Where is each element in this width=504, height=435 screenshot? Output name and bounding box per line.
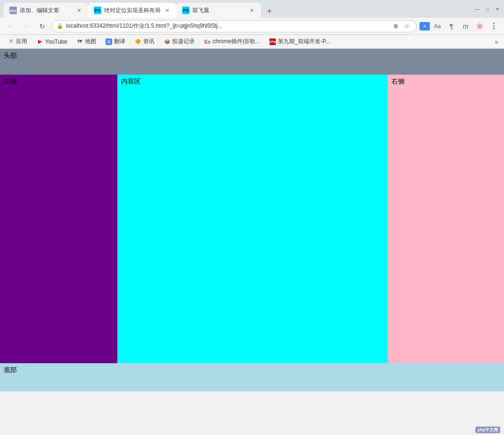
back-button[interactable]: ← xyxy=(4,20,17,33)
tabs-area: php 添加、编辑文章 ✕ PS 绝对定位实现圣杯布局 ✕ PS 双飞翼 ✕ + xyxy=(4,0,471,18)
address-bar-row: ← → ↻ 🔒 localhost:63342/html/1101/作业/1.5… xyxy=(0,18,504,35)
address-text: localhost:63342/html/1101/作业/1.5.html?_i… xyxy=(66,22,388,30)
left-label: 左侧 xyxy=(4,77,17,86)
right-label: 右侧 xyxy=(391,77,405,86)
footer-label: 底部 xyxy=(4,366,17,374)
translate-bm-icon: G xyxy=(106,38,112,45)
minimize-button[interactable]: — xyxy=(474,6,481,12)
reader-view-button[interactable]: ≡ xyxy=(420,22,430,31)
page-content: 头部 左侧 内容区 右侧 底部 xyxy=(0,49,504,391)
bookmark-delivery[interactable]: 📦 投递记录 xyxy=(160,37,199,46)
bookmark-translate[interactable]: G 翻译 xyxy=(102,37,129,46)
tab2-close[interactable]: ✕ xyxy=(163,7,171,14)
close-button[interactable]: ✕ xyxy=(494,6,500,12)
tab1-icon: php xyxy=(9,7,17,14)
extension-icon[interactable]: 🌸 xyxy=(473,20,486,33)
tab1-close[interactable]: ✕ xyxy=(75,7,83,14)
bookmark-star-icon[interactable]: ☆ xyxy=(402,22,412,31)
title-bar: php 添加、编辑文章 ✕ PS 绝对定位实现圣杯布局 ✕ PS 双飞翼 ✕ +… xyxy=(0,0,504,18)
bookmark-youtube[interactable]: ▶ YouTube xyxy=(33,38,71,46)
tab-add-article[interactable]: php 添加、编辑文章 ✕ xyxy=(4,3,88,18)
address-icons: ⊕ ☆ xyxy=(391,22,412,31)
tab3-icon: PS xyxy=(182,7,190,14)
php-course-icon: php xyxy=(269,38,276,45)
m-button[interactable]: m xyxy=(459,20,472,33)
maximize-button[interactable]: □ xyxy=(484,6,490,12)
bookmark-youtube-label: YouTube xyxy=(45,38,67,45)
php-logo: php中文网 xyxy=(475,427,501,433)
bookmark-php-course[interactable]: php 第九期_前端开发-P... xyxy=(266,37,334,46)
header-label: 头部 xyxy=(4,52,17,60)
bookmarks-more-button[interactable]: » xyxy=(493,38,500,46)
tab3-label: 双飞翼 xyxy=(192,7,245,15)
main-layout: 左侧 内容区 右侧 xyxy=(0,75,504,363)
translate-icon[interactable]: ⊕ xyxy=(391,22,400,31)
bookmark-delivery-label: 投递记录 xyxy=(172,38,195,46)
news-icon: 🔶 xyxy=(135,38,141,45)
content-label: 内容区 xyxy=(121,77,141,86)
browser-actions: ≡ Aa ¶ m 🌸 ⋮ xyxy=(420,20,500,33)
map-icon: 🗺 xyxy=(76,38,83,45)
right-sidebar: 右侧 xyxy=(388,75,504,363)
tab2-icon: PS xyxy=(94,7,101,14)
bookmark-news-label: 资讯 xyxy=(143,38,154,46)
bookmark-map-label: 地图 xyxy=(85,38,96,46)
bookmark-map[interactable]: 🗺 地图 xyxy=(73,37,100,46)
address-bar[interactable]: 🔒 localhost:63342/html/1101/作业/1.5.html?… xyxy=(52,20,417,32)
apps-icon: ⠿ xyxy=(8,38,14,45)
browser-chrome: php 添加、编辑文章 ✕ PS 绝对定位实现圣杯布局 ✕ PS 双飞翼 ✕ +… xyxy=(0,0,504,49)
format-button[interactable]: Aa xyxy=(431,20,444,33)
tab1-label: 添加、编辑文章 xyxy=(20,7,72,15)
page-header: 头部 xyxy=(0,49,504,75)
bookmark-php-course-label: 第九期_前端开发-P... xyxy=(278,38,330,46)
bookmark-chrome-ext-label: chrome插件|谷歌... xyxy=(213,38,260,46)
left-sidebar: 左侧 xyxy=(0,75,117,363)
bookmark-apps[interactable]: ⠿ 应用 xyxy=(4,37,31,46)
chrome-ext-icon: Ex xyxy=(204,38,211,45)
tab-holy-grail[interactable]: PS 绝对定位实现圣杯布局 ✕ xyxy=(88,3,176,18)
paragraph-button[interactable]: ¶ xyxy=(445,20,458,33)
window-controls: — □ ✕ xyxy=(474,6,500,12)
bookmark-chrome-ext[interactable]: Ex chrome插件|谷歌... xyxy=(200,37,264,46)
forward-button[interactable]: → xyxy=(20,20,33,33)
tab3-close[interactable]: ✕ xyxy=(248,7,255,14)
youtube-icon: ▶ xyxy=(37,38,43,45)
new-tab-button[interactable]: + xyxy=(263,5,276,18)
bookmark-news[interactable]: 🔶 资讯 xyxy=(131,37,158,46)
bookmarks-bar: ⠿ 应用 ▶ YouTube 🗺 地图 G 翻译 🔶 资讯 📦 投递记录 Ex … xyxy=(0,35,504,49)
more-options-button[interactable]: ⋮ xyxy=(487,20,500,33)
tab2-label: 绝对定位实现圣杯布局 xyxy=(104,7,160,15)
tab-double-wing[interactable]: PS 双飞翼 ✕ xyxy=(176,3,261,18)
delivery-icon: 📦 xyxy=(164,38,170,45)
page-footer: 底部 xyxy=(0,363,504,391)
bookmark-translate-label: 翻译 xyxy=(114,38,125,46)
refresh-button[interactable]: ↻ xyxy=(36,20,49,33)
bookmark-apps-label: 应用 xyxy=(16,38,27,46)
php-logo-bar: php中文网 xyxy=(475,425,501,433)
lock-icon: 🔒 xyxy=(57,23,63,29)
content-area: 内容区 xyxy=(117,75,388,363)
